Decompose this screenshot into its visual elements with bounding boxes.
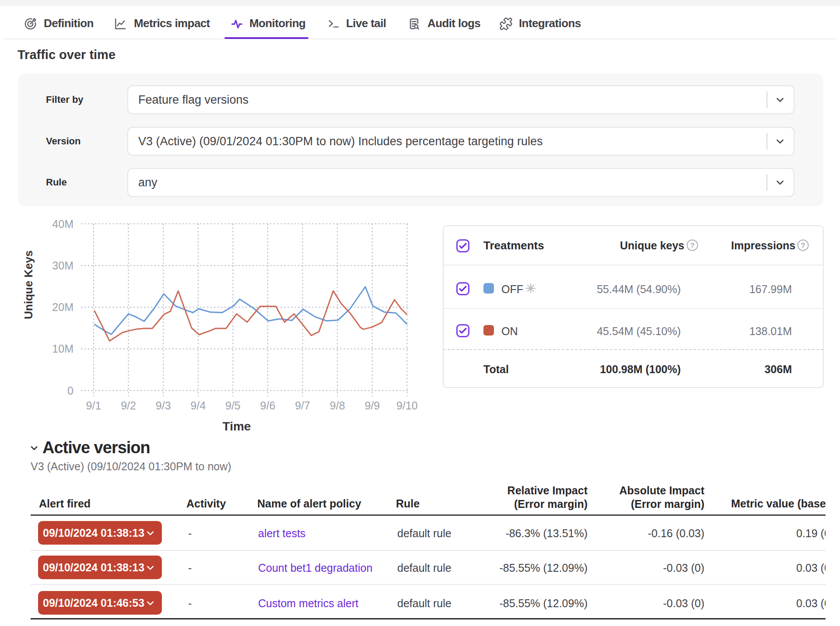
svg-text:Time: Time (223, 420, 251, 433)
svg-text:?: ? (690, 241, 694, 250)
svg-text:9/7: 9/7 (295, 399, 310, 412)
svg-text:0: 0 (67, 385, 74, 397)
svg-text:9/2: 9/2 (121, 399, 136, 412)
svg-text:Unique Keys: Unique Keys (22, 250, 35, 319)
svg-text:9/8: 9/8 (330, 399, 345, 412)
svg-text:9/5: 9/5 (225, 399, 241, 412)
svg-text:9/4: 9/4 (190, 399, 206, 412)
svg-text:9/3: 9/3 (156, 399, 171, 412)
svg-text:?: ? (801, 241, 805, 250)
svg-text:9/10: 9/10 (396, 399, 418, 412)
svg-text:10M: 10M (52, 343, 74, 355)
svg-text:9/9: 9/9 (364, 399, 380, 412)
svg-text:9/6: 9/6 (260, 399, 276, 412)
svg-text:30M: 30M (52, 259, 74, 272)
svg-text:20M: 20M (52, 301, 74, 313)
svg-text:9/1: 9/1 (86, 399, 102, 412)
svg-text:40M: 40M (52, 218, 74, 230)
